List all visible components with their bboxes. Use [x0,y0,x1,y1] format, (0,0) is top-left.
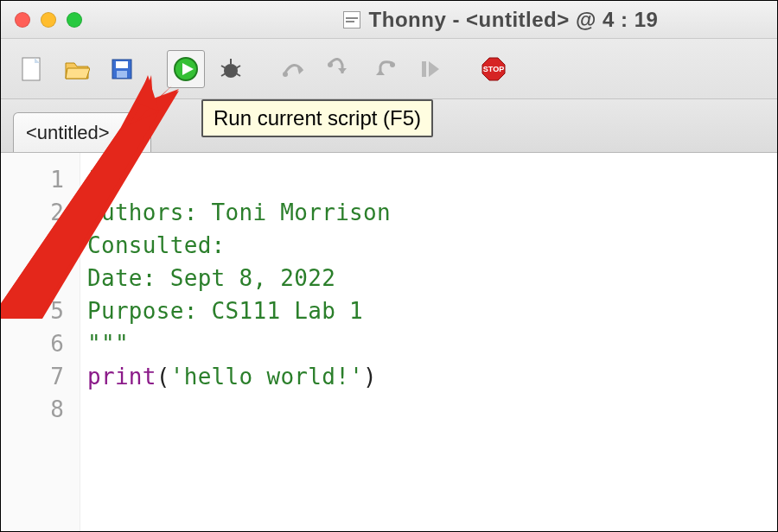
app-icon [343,11,360,28]
svg-point-16 [328,62,333,67]
open-file-button[interactable] [58,50,96,88]
tab-label: <untitled> [26,122,110,144]
run-button[interactable] [167,50,205,88]
line-number: 6 [1,327,80,360]
step-out-button[interactable] [366,50,404,88]
line-number: 2 [1,196,80,229]
svg-marker-17 [376,70,385,75]
svg-point-18 [390,62,395,67]
line-number: 4 [1,262,80,294]
line-number: 8 [1,393,80,426]
titlebar: Thonny - <untitled> @ 4 : 19 [1,1,777,39]
code-line: Authors: Toni Morrison [87,196,770,229]
svg-rect-3 [116,61,128,68]
svg-line-12 [236,73,240,76]
svg-point-7 [224,64,238,78]
new-file-button[interactable] [13,50,51,88]
svg-line-10 [236,66,240,68]
step-into-button[interactable] [321,50,359,88]
line-number: 5 [1,294,80,327]
zoom-window-button[interactable] [67,12,82,28]
resume-button[interactable] [411,50,449,88]
code-line: Date: Sept 8, 2022 [87,262,770,294]
line-number: 3 [1,229,80,262]
line-number: 7 [1,360,80,393]
line-number-gutter: 12345678 [1,153,80,532]
close-tab-icon[interactable]: × [122,123,139,142]
editor-tab[interactable]: <untitled> × [13,112,151,152]
code-line: """ [87,163,770,196]
svg-line-9 [221,66,226,68]
svg-marker-20 [429,61,439,77]
window-title: Thonny - <untitled> @ 4 : 19 [369,8,659,32]
svg-marker-15 [338,68,347,73]
code-line: Consulted: [87,229,770,262]
code-line: print('hello world!') [87,360,770,393]
code-line: """ [87,327,770,360]
toolbar: STOP [1,39,777,99]
svg-rect-4 [117,71,127,78]
window-controls [15,12,82,28]
stop-button[interactable]: STOP [475,50,513,88]
svg-line-11 [221,73,226,76]
code-line: Purpose: CS111 Lab 1 [87,294,770,327]
code-editor[interactable]: 12345678 """Authors: Toni MorrisonConsul… [1,153,777,532]
step-over-button[interactable] [276,50,314,88]
save-file-button[interactable] [103,50,141,88]
minimize-window-button[interactable] [41,12,56,28]
code-area[interactable]: """Authors: Toni MorrisonConsulted:Date:… [80,153,777,532]
debug-button[interactable] [212,50,250,88]
line-number: 1 [1,163,80,196]
close-window-button[interactable] [15,12,30,28]
svg-point-14 [283,72,288,77]
svg-rect-19 [422,61,426,77]
run-button-tooltip: Run current script (F5) [201,99,433,137]
svg-text:STOP: STOP [483,65,504,73]
